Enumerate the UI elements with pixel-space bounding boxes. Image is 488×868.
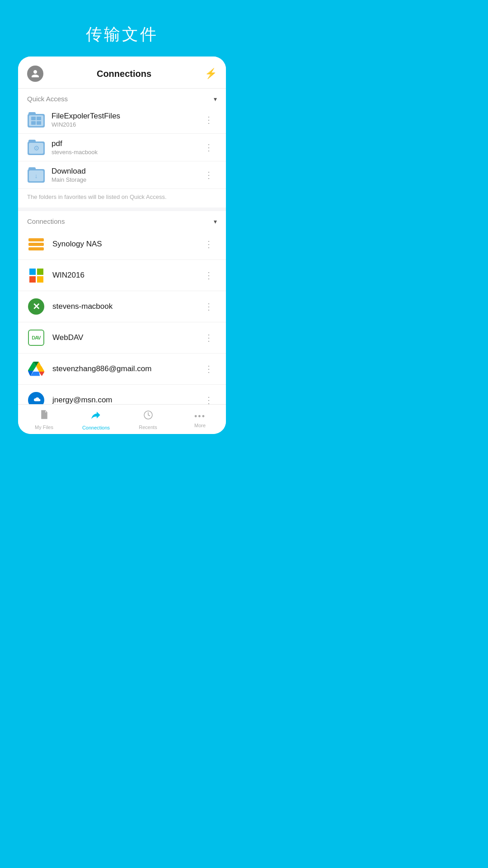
more-button[interactable]: ⋮	[201, 299, 217, 314]
conn-name: Synology NAS	[52, 240, 201, 249]
item-sub: Main Storage	[52, 176, 201, 183]
dav-icon: DAV	[27, 329, 45, 347]
connections-section-header[interactable]: Connections ▾	[18, 211, 226, 229]
recents-icon	[143, 410, 154, 423]
item-text: pdf stevens-macbook	[52, 139, 201, 156]
more-button[interactable]: ⋮	[201, 330, 217, 345]
nas-icon	[27, 235, 45, 253]
nav-item-more[interactable]: ••• More	[174, 412, 226, 428]
connection-item-cloud[interactable]: jnergy@msn.com ⋮	[18, 385, 226, 404]
nav-item-recents[interactable]: Recents	[122, 410, 174, 430]
connection-item-gdrive[interactable]: stevenzhang886@gmail.com ⋮	[18, 354, 226, 385]
lightning-icon[interactable]: ⚡	[205, 68, 217, 80]
mac-icon: ✕	[27, 297, 45, 316]
more-button[interactable]: ⋮	[201, 168, 217, 182]
nav-label-myfiles: My Files	[35, 425, 53, 430]
nav-label-more: More	[194, 423, 206, 428]
list-item[interactable]: ⚙ pdf stevens-macbook ⋮	[18, 134, 226, 161]
card-body: Quick Access ▾	[18, 89, 226, 404]
item-name: Download	[52, 167, 201, 176]
conn-name: stevenzhang886@gmail.com	[52, 364, 201, 373]
myfiles-icon	[39, 410, 50, 423]
quick-access-chevron[interactable]: ▾	[214, 95, 217, 103]
bottom-nav: My Files Connections Recents ••• More	[18, 404, 226, 434]
item-name: pdf	[52, 139, 201, 148]
avatar-icon[interactable]	[27, 66, 43, 82]
item-sub: WIN2016	[52, 121, 201, 128]
connections-section-title: Connections	[27, 217, 65, 225]
connections-header-title: Connections	[97, 69, 151, 79]
conn-name: stevens-macbook	[52, 302, 201, 311]
more-button[interactable]: ⋮	[201, 268, 217, 283]
more-button[interactable]: ⋮	[201, 237, 217, 251]
folder-icon-gear: ⚙	[27, 138, 45, 156]
connection-item-win2016[interactable]: WIN2016 ⋮	[18, 260, 226, 291]
folder-icon-download: ↓	[27, 166, 45, 184]
more-button[interactable]: ⋮	[201, 140, 217, 155]
more-nav-icon: •••	[194, 412, 206, 421]
conn-name: WIN2016	[52, 271, 201, 280]
quick-access-title: Quick Access	[27, 95, 68, 103]
nav-label-connections: Connections	[82, 425, 110, 430]
nav-item-connections[interactable]: Connections	[70, 409, 122, 430]
card-header: Connections ⚡	[18, 57, 226, 89]
item-text: Download Main Storage	[52, 167, 201, 183]
quick-access-hint: The folders in favorites will be listed …	[18, 189, 226, 211]
item-name: FileExpolerTestFiles	[52, 112, 201, 121]
windows-icon	[27, 266, 45, 284]
list-item[interactable]: ↓ Download Main Storage ⋮	[18, 161, 226, 189]
nav-item-myfiles[interactable]: My Files	[18, 410, 70, 430]
list-item[interactable]: FileExpolerTestFiles WIN2016 ⋮	[18, 106, 226, 134]
more-button[interactable]: ⋮	[201, 362, 217, 376]
connections-nav-icon	[90, 409, 102, 424]
folder-icon-grid	[27, 111, 45, 129]
more-button[interactable]: ⋮	[201, 393, 217, 404]
page-title: 传输文件	[86, 24, 158, 46]
conn-name: jnergy@msn.com	[52, 396, 201, 404]
connection-item-macbook[interactable]: ✕ stevens-macbook ⋮	[18, 291, 226, 322]
quick-access-section-header[interactable]: Quick Access ▾	[18, 89, 226, 106]
item-text: FileExpolerTestFiles WIN2016	[52, 112, 201, 128]
main-card: Connections ⚡ Quick Access ▾	[18, 57, 226, 434]
item-sub: stevens-macbook	[52, 149, 201, 156]
more-button[interactable]: ⋮	[201, 113, 217, 127]
connections-chevron[interactable]: ▾	[214, 218, 217, 225]
nav-label-recents: Recents	[139, 425, 157, 430]
cloud-icon	[27, 391, 45, 404]
conn-name: WebDAV	[52, 333, 201, 342]
connection-item-webdav[interactable]: DAV WebDAV ⋮	[18, 322, 226, 354]
gdrive-icon	[27, 360, 45, 378]
connection-item-nas[interactable]: Synology NAS ⋮	[18, 229, 226, 260]
